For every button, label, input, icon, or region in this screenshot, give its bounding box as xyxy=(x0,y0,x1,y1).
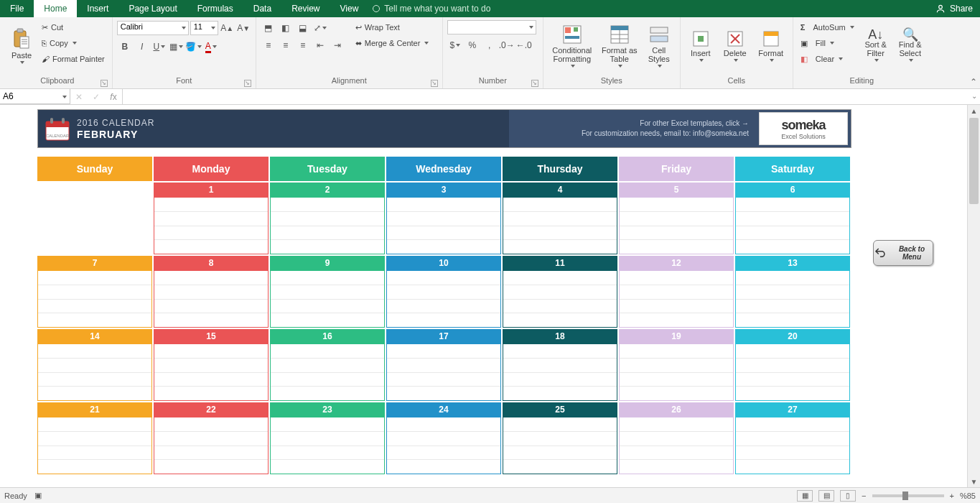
tab-insert[interactable]: Insert xyxy=(77,0,118,17)
decrease-decimal-button[interactable]: ←.0 xyxy=(516,37,532,53)
day-body[interactable] xyxy=(503,197,617,254)
delete-cells-button[interactable]: Delete xyxy=(719,20,751,72)
enter-formula-button[interactable]: ✓ xyxy=(88,92,105,102)
copy-button[interactable]: ⎘Copy xyxy=(39,36,108,50)
cut-button[interactable]: ✂Cut xyxy=(39,20,108,34)
fill-color-button[interactable]: 🪣 xyxy=(186,39,202,55)
zoom-out-button[interactable]: − xyxy=(862,492,866,500)
underline-button[interactable]: U xyxy=(151,39,167,55)
tab-file[interactable]: File xyxy=(0,0,34,17)
comma-button[interactable]: , xyxy=(482,37,498,53)
day-body[interactable] xyxy=(37,270,152,328)
day-body[interactable] xyxy=(270,270,385,328)
view-normal-button[interactable]: ▦ xyxy=(797,490,813,502)
day-body[interactable] xyxy=(619,197,734,254)
calendar-day[interactable]: 27 xyxy=(735,402,850,474)
day-body[interactable] xyxy=(154,343,269,401)
cell-styles-button[interactable]: Cell Styles xyxy=(643,20,676,72)
font-launcher[interactable]: ↘ xyxy=(244,80,251,87)
cancel-formula-button[interactable]: ✕ xyxy=(70,92,88,102)
calendar-day[interactable]: 19 xyxy=(619,329,734,401)
calendar-day[interactable]: 18 xyxy=(503,329,617,401)
merge-center-button[interactable]: ⬌Merge & Center xyxy=(353,36,432,50)
day-body[interactable] xyxy=(270,417,385,474)
day-body[interactable] xyxy=(503,270,617,328)
align-center-button[interactable]: ≡ xyxy=(278,37,294,53)
calendar-day[interactable]: 5 xyxy=(619,183,734,254)
insert-cells-button[interactable]: Insert xyxy=(685,20,717,72)
border-button[interactable]: ▦ xyxy=(169,39,185,55)
day-body[interactable] xyxy=(386,270,501,328)
calendar-day[interactable]: 9 xyxy=(270,256,385,328)
day-body[interactable] xyxy=(37,417,152,474)
zoom-in-button[interactable]: + xyxy=(950,492,954,500)
percent-button[interactable]: % xyxy=(465,37,480,53)
calendar-day[interactable]: 22 xyxy=(154,402,269,474)
day-body[interactable] xyxy=(503,343,617,401)
day-body[interactable] xyxy=(270,343,385,401)
number-launcher[interactable]: ↘ xyxy=(531,80,538,87)
day-body[interactable] xyxy=(735,197,850,254)
day-body[interactable] xyxy=(503,417,617,474)
tab-data[interactable]: Data xyxy=(243,0,281,17)
calendar-day[interactable]: 24 xyxy=(386,402,501,474)
bold-button[interactable]: B xyxy=(117,39,133,55)
font-name-combo[interactable]: Calibri xyxy=(117,21,189,35)
worksheet-grid[interactable]: Back to Menu CALENDAR 2016 CALENDAR FEBR… xyxy=(0,105,967,487)
fill-button[interactable]: ▣ Fill xyxy=(798,36,857,50)
sort-filter-button[interactable]: A↓Sort & Filter xyxy=(860,20,892,72)
day-body[interactable] xyxy=(154,270,269,328)
conditional-formatting-button[interactable]: Conditional Formatting xyxy=(548,20,597,72)
view-page-break-button[interactable]: ▯ xyxy=(840,490,856,502)
alignment-launcher[interactable]: ↘ xyxy=(431,80,438,87)
scroll-down-icon[interactable]: ▼ xyxy=(968,476,980,487)
format-painter-button[interactable]: 🖌Format Painter xyxy=(39,52,108,66)
day-body[interactable] xyxy=(735,343,850,401)
tab-home[interactable]: Home xyxy=(34,0,77,17)
increase-decimal-button[interactable]: .0→ xyxy=(499,37,515,53)
tab-view[interactable]: View xyxy=(330,0,369,17)
calendar-day[interactable]: 15 xyxy=(154,329,269,401)
tab-formulas[interactable]: Formulas xyxy=(187,0,243,17)
number-format-combo[interactable] xyxy=(447,20,536,34)
day-body[interactable] xyxy=(37,343,152,401)
increase-indent-button[interactable]: ⇥ xyxy=(330,37,345,53)
calendar-day[interactable]: 17 xyxy=(386,329,501,401)
paste-button[interactable]: Paste xyxy=(7,20,36,72)
day-body[interactable] xyxy=(386,343,501,401)
calendar-day[interactable]: 1 xyxy=(154,183,269,254)
calendar-day[interactable]: 8 xyxy=(154,256,269,328)
day-body[interactable] xyxy=(386,417,501,474)
collapse-ribbon-button[interactable]: ⌃ xyxy=(970,77,977,87)
day-body[interactable] xyxy=(619,417,734,474)
tab-page-layout[interactable]: Page Layout xyxy=(118,0,187,17)
calendar-day[interactable]: 16 xyxy=(270,329,385,401)
calendar-day[interactable]: 14 xyxy=(37,329,152,401)
accounting-button[interactable]: $ xyxy=(447,37,463,53)
decrease-indent-button[interactable]: ⇤ xyxy=(312,37,328,53)
calendar-day[interactable]: 10 xyxy=(386,256,501,328)
day-body[interactable] xyxy=(154,417,269,474)
align-middle-button[interactable]: ◧ xyxy=(278,20,294,36)
autosum-button[interactable]: Σ AutoSum xyxy=(798,20,857,34)
day-body[interactable] xyxy=(386,197,501,254)
clipboard-launcher[interactable]: ↘ xyxy=(101,80,108,87)
zoom-level[interactable]: %85 xyxy=(960,492,976,500)
calendar-day[interactable]: 13 xyxy=(735,256,850,328)
font-size-combo[interactable]: 11 xyxy=(190,21,218,35)
calendar-day[interactable]: 6 xyxy=(735,183,850,254)
italic-button[interactable]: I xyxy=(134,39,150,55)
day-body[interactable] xyxy=(619,270,734,328)
day-body[interactable] xyxy=(619,343,734,401)
day-body[interactable] xyxy=(154,197,269,254)
day-body[interactable] xyxy=(735,417,850,474)
align-right-button[interactable]: ≡ xyxy=(295,37,311,53)
calendar-day[interactable] xyxy=(37,183,152,254)
align-bottom-button[interactable]: ⬓ xyxy=(295,20,311,36)
calendar-day[interactable]: 12 xyxy=(619,256,734,328)
zoom-slider[interactable] xyxy=(872,494,944,497)
expand-formula-bar-icon[interactable]: ⌄ xyxy=(971,92,977,100)
font-color-button[interactable]: A xyxy=(203,39,219,55)
calendar-day[interactable]: 23 xyxy=(270,402,385,474)
find-select-button[interactable]: 🔍Find & Select xyxy=(895,20,926,72)
